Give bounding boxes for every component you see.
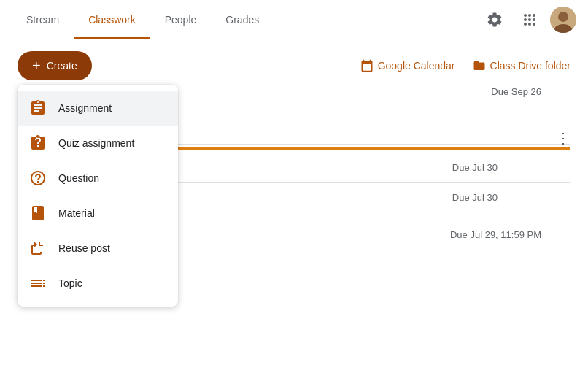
dropdown-item-question[interactable]: Question <box>18 161 178 196</box>
class-drive-label: Class Drive folder <box>490 60 570 72</box>
user-avatar[interactable] <box>550 7 576 33</box>
tab-people[interactable]: People <box>150 0 212 39</box>
google-calendar-link[interactable]: Google Calendar <box>360 59 455 72</box>
tab-grades[interactable]: Grades <box>211 0 274 39</box>
tab-stream[interactable]: Stream <box>12 0 74 39</box>
dropdown-material-label: Material <box>58 207 95 219</box>
classwork-tab-label: Classwork <box>88 14 136 26</box>
intro-due: Due Jul 29, 11:59 PM <box>450 229 570 240</box>
dropdown-quiz-label: Quiz assignment <box>58 137 134 149</box>
people-tab-label: People <box>165 14 197 26</box>
stream-tab-label: Stream <box>26 14 59 26</box>
quiz-icon <box>29 134 47 152</box>
assignment-icon <box>29 99 47 117</box>
topic-icon <box>29 274 47 292</box>
dropdown-assignment-label: Assignment <box>58 102 112 114</box>
dropdown-question-label: Question <box>58 172 99 184</box>
class-drive-link[interactable]: Class Drive folder <box>473 59 570 72</box>
due-date-3: Due Jul 30 <box>452 162 498 173</box>
tab-classwork[interactable]: Classwork <box>74 0 150 39</box>
three-dot-menu-2[interactable]: ⋮ <box>556 129 570 147</box>
dropdown-item-topic[interactable]: Topic <box>18 266 178 301</box>
main-content: + Create Google Calendar Class Drive fol… <box>0 39 588 365</box>
create-dropdown: Assignment Quiz assignment Question <box>18 85 178 307</box>
create-label: Create <box>47 60 77 72</box>
settings-icon[interactable] <box>480 5 509 34</box>
svg-point-1 <box>558 12 568 22</box>
dropdown-reuse-label: Reuse post <box>58 242 110 254</box>
question-icon <box>29 169 47 187</box>
dropdown-item-assignment[interactable]: Assignment <box>18 91 178 126</box>
dropdown-item-material[interactable]: Material <box>18 196 178 231</box>
reuse-icon <box>29 239 47 257</box>
nav-bar: Stream Classwork People Grades <box>0 0 588 39</box>
dropdown-topic-label: Topic <box>58 277 82 289</box>
due-date-1: Due Sep 26 <box>491 86 541 97</box>
grades-tab-label: Grades <box>225 14 259 26</box>
dropdown-item-reuse[interactable]: Reuse post <box>18 231 178 266</box>
dropdown-item-quiz[interactable]: Quiz assignment <box>18 126 178 161</box>
google-calendar-label: Google Calendar <box>378 60 455 72</box>
material-icon <box>29 204 47 222</box>
plus-icon: + <box>32 58 41 73</box>
toolbar-right: Google Calendar Class Drive folder <box>360 59 570 72</box>
create-button[interactable]: + Create <box>18 51 92 80</box>
due-date-4: Due Jul 30 <box>452 192 498 203</box>
apps-icon[interactable] <box>515 5 544 34</box>
